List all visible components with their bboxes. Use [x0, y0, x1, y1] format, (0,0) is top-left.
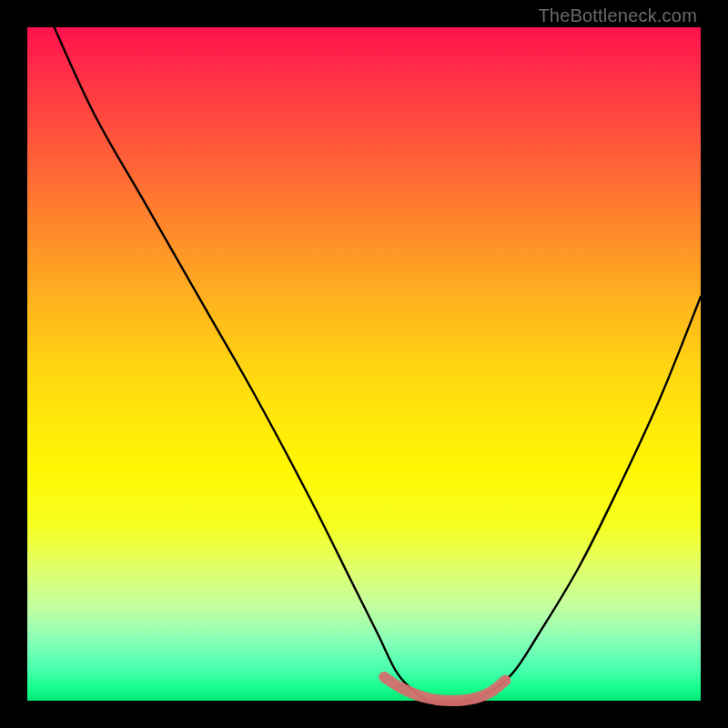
chart-svg — [27, 27, 701, 701]
bottleneck-curve-line — [55, 27, 701, 702]
chart-frame: TheBottleneck.com — [0, 0, 728, 728]
watermark-text: TheBottleneck.com — [538, 5, 697, 26]
